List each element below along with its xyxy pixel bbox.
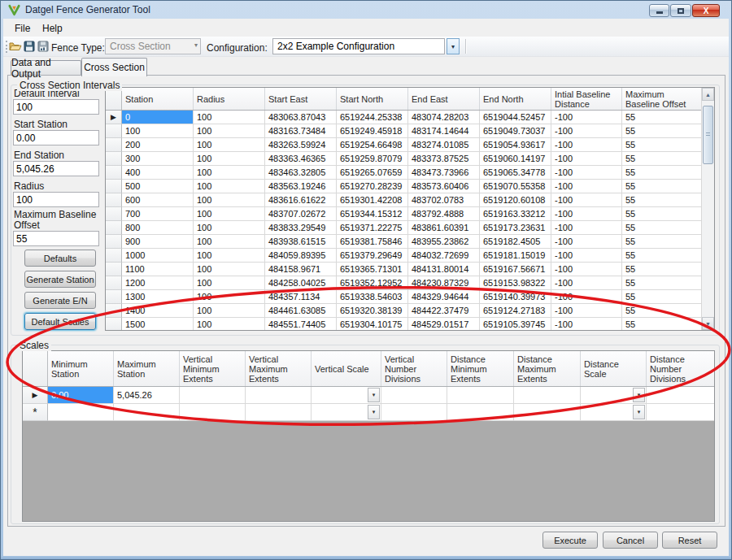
cell[interactable]: 800 (122, 221, 194, 235)
menu-file[interactable]: File (7, 20, 37, 36)
scroll-up-icon[interactable]: ▲ (702, 88, 714, 101)
column-header[interactable]: Distance Maximum Extents (514, 351, 581, 386)
cell[interactable]: 55 (622, 166, 701, 180)
cell[interactable]: -100 (551, 111, 622, 124)
cell[interactable]: -100 (551, 263, 622, 276)
row-header[interactable] (106, 276, 122, 290)
cell[interactable]: 484529.01517 (408, 318, 480, 330)
configuration-combobox[interactable]: 2x2 Example Configuration (272, 38, 445, 54)
cell[interactable]: 483616.61622 (265, 193, 337, 207)
cell[interactable] (381, 404, 447, 421)
cell[interactable] (180, 404, 246, 421)
cell[interactable]: 55 (622, 152, 701, 166)
cell[interactable]: 100 (194, 263, 265, 276)
column-header[interactable]: Minimum Station (48, 351, 114, 386)
cell[interactable]: -100 (551, 221, 622, 235)
cell[interactable]: 6519173.23631 (480, 221, 551, 235)
cell[interactable]: 483463.32805 (265, 166, 337, 180)
column-header[interactable]: Distance Scale (581, 351, 647, 386)
cell[interactable]: 6519244.25338 (337, 111, 408, 124)
cell[interactable]: 6519259.87079 (337, 152, 408, 166)
default-interval-field[interactable] (13, 99, 99, 115)
cell[interactable]: 1400 (122, 304, 194, 318)
cell[interactable]: 483702.0783 (408, 193, 480, 207)
row-header[interactable] (106, 138, 122, 152)
cell[interactable]: 483174.14644 (408, 124, 480, 138)
cell[interactable]: 484551.74405 (265, 318, 337, 330)
cell[interactable]: 484158.9671 (265, 263, 337, 276)
cell[interactable]: 0 (122, 111, 194, 124)
cell[interactable]: 483473.73966 (408, 166, 480, 180)
column-header[interactable]: Intial Baseline Distance (551, 88, 622, 110)
cell[interactable]: 483373.87525 (408, 152, 480, 166)
cell[interactable]: 300 (122, 152, 194, 166)
row-header[interactable] (106, 221, 122, 235)
column-header[interactable]: Distance Minimum Extents (447, 351, 514, 386)
cell[interactable]: 55 (622, 290, 701, 304)
intervals-grid[interactable]: StationRadiusStart EastStart NorthEnd Ea… (105, 87, 715, 331)
row-header[interactable] (106, 180, 122, 193)
cell[interactable]: 100 (194, 235, 265, 249)
cell[interactable]: -100 (551, 249, 622, 263)
column-header[interactable]: Station (122, 88, 194, 110)
cell[interactable]: -100 (551, 290, 622, 304)
cell[interactable]: 6519153.98322 (480, 276, 551, 290)
close-button[interactable]: X (692, 4, 720, 17)
cell[interactable]: 484230.87329 (408, 276, 480, 290)
cell[interactable] (246, 404, 312, 421)
generate-en-button[interactable]: Generate E/N (24, 292, 96, 309)
cell[interactable]: -100 (551, 193, 622, 207)
scroll-thumb[interactable] (703, 106, 713, 164)
cell[interactable]: -100 (551, 152, 622, 166)
cell[interactable]: 100 (194, 304, 265, 318)
cell[interactable]: 55 (622, 193, 701, 207)
cell[interactable]: 6519044.52457 (480, 111, 551, 124)
cell[interactable] (514, 404, 581, 421)
cell[interactable] (246, 387, 312, 404)
cell[interactable]: 100 (194, 180, 265, 193)
scroll-down-icon[interactable]: ▼ (702, 317, 714, 330)
scales-grid[interactable]: Minimum StationMaximum StationVertical M… (22, 350, 715, 522)
cell[interactable] (647, 387, 714, 404)
cell[interactable]: 900 (122, 235, 194, 249)
cell[interactable] (48, 404, 114, 421)
row-header[interactable]: ▶ (106, 111, 122, 124)
cell[interactable]: 0.00 (48, 387, 114, 404)
cell[interactable]: 400 (122, 166, 194, 180)
cell[interactable]: 483363.46365 (265, 152, 337, 166)
cell[interactable]: 483074.28203 (408, 111, 480, 124)
reset-button[interactable]: Reset (662, 532, 717, 549)
cell[interactable]: -100 (551, 124, 622, 138)
row-header[interactable] (106, 166, 122, 180)
cell[interactable]: 483707.02672 (265, 207, 337, 221)
cell[interactable]: 600 (122, 193, 194, 207)
cell[interactable]: 6519381.75846 (337, 235, 408, 249)
cell[interactable]: 483573.60406 (408, 180, 480, 193)
cell[interactable]: 6519301.42208 (337, 193, 408, 207)
column-header[interactable]: Vertical Maximum Extents (246, 351, 312, 386)
cell[interactable]: 484357.1134 (265, 290, 337, 304)
cell[interactable]: 1500 (122, 318, 194, 330)
cell[interactable]: 6519371.22275 (337, 221, 408, 235)
cell[interactable]: 6519249.45918 (337, 124, 408, 138)
cell[interactable]: 55 (622, 124, 701, 138)
cell[interactable]: 100 (194, 290, 265, 304)
column-header[interactable]: Radius (194, 88, 265, 110)
cell[interactable]: 100 (194, 249, 265, 263)
cell[interactable]: 55 (622, 111, 701, 124)
tab-data-and-output[interactable]: Data and Output (11, 60, 81, 75)
cell[interactable]: 6519167.56671 (480, 263, 551, 276)
cell[interactable]: 483563.19246 (265, 180, 337, 193)
tab-cross-section[interactable]: Cross Section (81, 58, 147, 76)
column-header[interactable]: End East (408, 88, 480, 110)
cell[interactable]: 484461.63085 (265, 304, 337, 318)
row-header[interactable] (106, 263, 122, 276)
cell[interactable]: 6519352.12952 (337, 276, 408, 290)
cell[interactable]: 55 (622, 221, 701, 235)
save-configuration-icon[interactable] (37, 40, 50, 53)
grid-corner[interactable] (106, 88, 122, 110)
cell[interactable]: 6519120.60108 (480, 193, 551, 207)
row-header[interactable] (106, 304, 122, 318)
cell[interactable]: 483163.73484 (265, 124, 337, 138)
cell[interactable]: 55 (622, 249, 701, 263)
